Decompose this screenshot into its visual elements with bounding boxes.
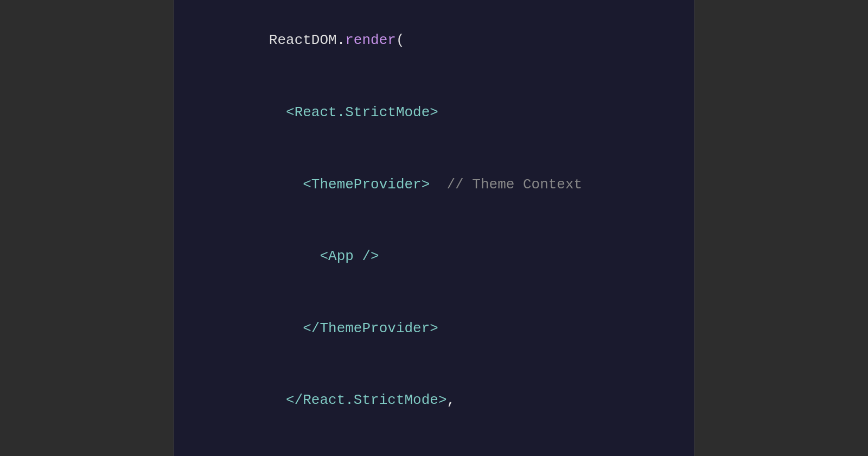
code-line-5: </ThemeProvider> [201, 293, 667, 365]
code-line-7: document.getElementById('root') [201, 436, 667, 456]
code-line-3: <ThemeProvider> // Theme Context [201, 148, 667, 220]
code-text: ReactDOM [269, 32, 337, 48]
code-line-1: ReactDOM.render( [201, 4, 667, 77]
middle-section: ReactDOM.render( <React.StrictMode> <The… [0, 0, 868, 456]
page-container: Prop Drilling React Context ReactDOM.ren… [0, 0, 868, 456]
code-line-6: </React.StrictMode>, [201, 364, 667, 436]
code-block: ReactDOM.render( <React.StrictMode> <The… [174, 0, 694, 456]
code-line-2: <React.StrictMode> [201, 77, 667, 149]
code-line-4: <App /> [201, 220, 667, 293]
